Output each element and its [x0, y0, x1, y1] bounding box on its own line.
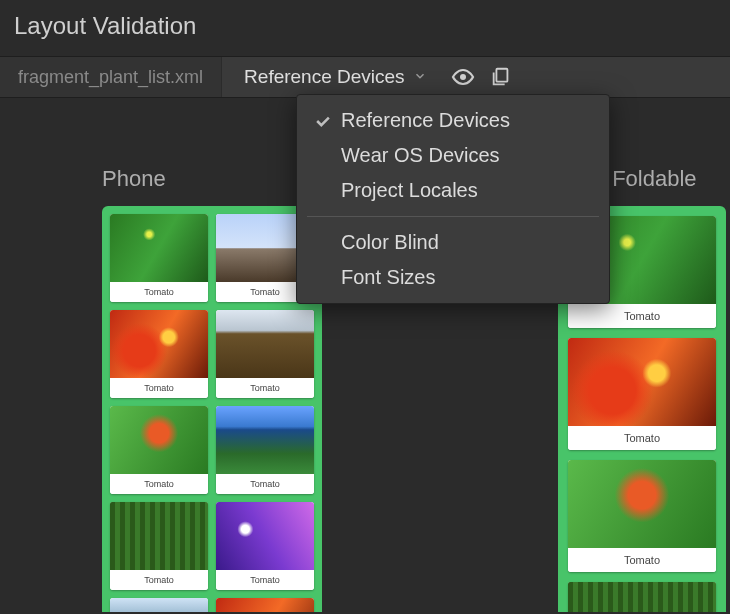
- preview-label: Phone: [102, 166, 322, 192]
- list-item[interactable]: Tomato: [568, 460, 716, 572]
- list-item[interactable]: Tomato: [216, 310, 314, 398]
- thumbnail: [110, 598, 208, 612]
- card-caption: Tomato: [216, 474, 314, 494]
- list-item[interactable]: Tomato: [216, 502, 314, 590]
- thumbnail: [216, 406, 314, 474]
- menu-item[interactable]: Wear OS Devices: [297, 138, 609, 173]
- card-caption: Tomato: [216, 570, 314, 590]
- menu-item[interactable]: Reference Devices: [297, 103, 609, 138]
- menu-item-label: Color Blind: [341, 231, 439, 254]
- list-item[interactable]: Tomato: [568, 338, 716, 450]
- thumbnail: [110, 310, 208, 378]
- phone-frame: TomatoTomatoTomatoTomatoTomatoTomatoToma…: [102, 206, 322, 612]
- list-item[interactable]: Tomato: [110, 406, 208, 494]
- svg-rect-1: [496, 69, 507, 82]
- thumbnail: [216, 598, 314, 612]
- list-item[interactable]: Tomato: [110, 598, 208, 612]
- card-caption: Tomato: [110, 282, 208, 302]
- menu-item-label: Wear OS Devices: [341, 144, 500, 167]
- menu-item-label: Reference Devices: [341, 109, 510, 132]
- menu-item[interactable]: Font Sizes: [297, 260, 609, 295]
- menu-item[interactable]: Color Blind: [297, 225, 609, 260]
- list-item[interactable]: Tomato: [216, 406, 314, 494]
- preview-phone[interactable]: Phone TomatoTomatoTomatoTomatoTomatoToma…: [102, 166, 322, 612]
- card-caption: Tomato: [110, 378, 208, 398]
- check-icon: [313, 111, 341, 131]
- chevron-down-icon: [413, 66, 427, 88]
- visibility-icon[interactable]: [447, 61, 479, 93]
- thumbnail: [110, 214, 208, 282]
- thumbnail: [110, 406, 208, 474]
- thumbnail: [568, 582, 716, 612]
- reference-devices-dropdown[interactable]: Reference Devices: [238, 62, 433, 92]
- thumbnail: [568, 338, 716, 426]
- thumbnail: [110, 502, 208, 570]
- list-item[interactable]: Tomato: [568, 582, 716, 612]
- card-caption: Tomato: [216, 378, 314, 398]
- menu-item-label: Font Sizes: [341, 266, 435, 289]
- dropdown-label: Reference Devices: [244, 66, 405, 88]
- thumbnail: [216, 502, 314, 570]
- list-item[interactable]: Tomato: [110, 214, 208, 302]
- card-caption: Tomato: [110, 474, 208, 494]
- thumbnail: [568, 460, 716, 548]
- toolbar: fragment_plant_list.xml Reference Device…: [0, 56, 730, 98]
- list-item[interactable]: Tomato: [110, 502, 208, 590]
- list-item[interactable]: Tomato: [216, 598, 314, 612]
- menu-item-label: Project Locales: [341, 179, 478, 202]
- svg-point-0: [460, 74, 466, 80]
- card-caption: Tomato: [568, 548, 716, 572]
- list-item[interactable]: Tomato: [110, 310, 208, 398]
- multi-preview-icon[interactable]: [485, 61, 517, 93]
- panel-title: Layout Validation: [0, 0, 730, 56]
- thumbnail: [216, 310, 314, 378]
- menu-separator: [307, 216, 599, 217]
- card-caption: Tomato: [568, 304, 716, 328]
- dropdown-menu: Reference DevicesWear OS DevicesProject …: [296, 94, 610, 304]
- menu-item[interactable]: Project Locales: [297, 173, 609, 208]
- tab-file[interactable]: fragment_plant_list.xml: [0, 57, 222, 97]
- card-caption: Tomato: [568, 426, 716, 450]
- card-caption: Tomato: [110, 570, 208, 590]
